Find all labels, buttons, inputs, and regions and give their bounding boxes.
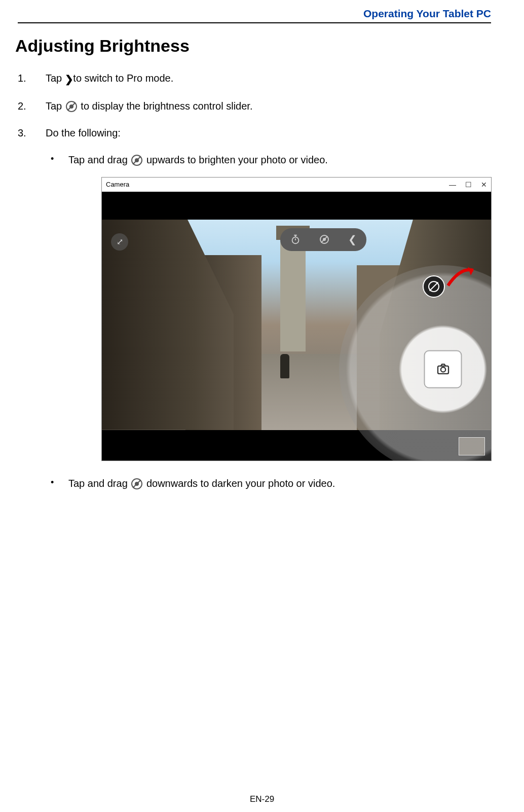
- chevron-left-icon[interactable]: ❮: [348, 233, 357, 245]
- bullet-text: Tap and drag downwards to darken your ph…: [68, 476, 491, 490]
- step-text: Tap to display the brightness control sl…: [46, 99, 491, 113]
- svg-point-2: [440, 367, 445, 372]
- brightness-dial[interactable]: [339, 265, 492, 461]
- step-3: 3. Do the following:: [18, 126, 491, 140]
- bullet-text-before: Tap and drag: [68, 154, 130, 165]
- camera-toolbar: ❮: [280, 228, 366, 251]
- step-text-before: Tap: [46, 100, 65, 112]
- bullet-marker: •: [51, 153, 68, 167]
- bullet-text-after: downwards to darken your photo or video.: [143, 478, 335, 489]
- bullet-brighten: • Tap and drag upwards to brighten your …: [51, 153, 491, 167]
- switch-camera-icon[interactable]: ⤢: [111, 233, 128, 251]
- step-2: 2. Tap to display the brightness control…: [18, 99, 491, 113]
- timer-icon[interactable]: [290, 234, 301, 245]
- page-header: Operating Your Tablet PC: [18, 8, 491, 23]
- step-number: 3.: [18, 126, 46, 140]
- minimize-icon[interactable]: —: [449, 181, 456, 189]
- shutter-button[interactable]: [424, 350, 462, 388]
- instruction-list: 1. Tap ❯ to switch to Pro mode. 2. Tap t…: [18, 71, 491, 140]
- step-1: 1. Tap ❯ to switch to Pro mode.: [18, 71, 491, 86]
- step-text-before: Do the following:: [46, 127, 121, 138]
- window-title-bar: Camera — ☐ ✕: [102, 178, 491, 192]
- bullet-text: Tap and drag upwards to brighten your ph…: [68, 153, 491, 167]
- step-text-before: Tap: [46, 73, 65, 84]
- brightness-icon: [66, 101, 77, 112]
- brightness-icon: [131, 155, 142, 166]
- window-controls: — ☐ ✕: [449, 181, 487, 189]
- step-number: 2.: [18, 99, 46, 113]
- brightness-control-icon[interactable]: [320, 235, 329, 244]
- close-icon[interactable]: ✕: [481, 181, 487, 189]
- chevron-right-icon: ❯: [65, 72, 70, 86]
- step-text: Tap ❯ to switch to Pro mode.: [46, 71, 491, 86]
- page-footer: EN-29: [0, 794, 524, 804]
- camera-viewport: ⤢ ❮: [102, 192, 491, 461]
- sub-bullet-list: • Tap and drag upwards to brighten your …: [51, 153, 491, 490]
- bullet-darken: • Tap and drag downwards to darken your …: [51, 476, 491, 490]
- step-text-after: to switch to Pro mode.: [70, 73, 173, 84]
- section-heading: Adjusting Brightness: [15, 36, 491, 56]
- brightness-icon: [131, 478, 142, 489]
- arrow-annotation-icon: [445, 264, 481, 290]
- window-title: Camera: [106, 181, 129, 188]
- step-text: Do the following:: [46, 126, 491, 140]
- bullet-marker: •: [51, 476, 68, 490]
- step-number: 1.: [18, 71, 46, 86]
- bullet-text-after: upwards to brighten your photo or video.: [143, 154, 328, 165]
- camera-app-screenshot: Camera — ☐ ✕: [101, 177, 492, 461]
- maximize-icon[interactable]: ☐: [465, 181, 472, 189]
- brightness-handle[interactable]: [423, 275, 445, 298]
- step-text-after: to display the brightness control slider…: [78, 100, 253, 112]
- bullet-text-before: Tap and drag: [68, 478, 130, 489]
